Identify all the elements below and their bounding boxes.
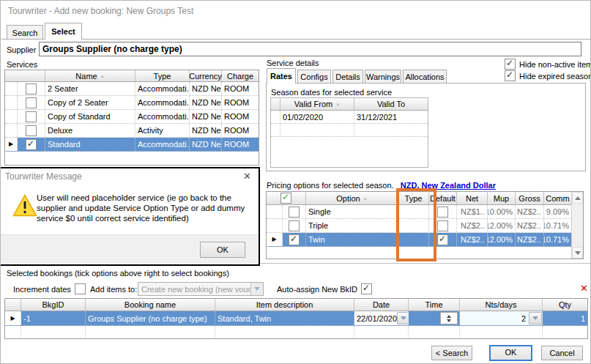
pricing-header-gross[interactable]: Gross	[516, 192, 544, 205]
net-cell[interactable]: NZ$1..	[457, 205, 488, 218]
scroll-down-button[interactable]	[572, 247, 583, 259]
dialog-ok-button[interactable]: OK	[200, 242, 245, 258]
service-charge[interactable]: ROOM	[222, 110, 259, 123]
mup-cell[interactable]: 12.00%	[488, 233, 516, 246]
row-selector[interactable]: ▶	[5, 311, 21, 325]
row-selector[interactable]	[271, 111, 280, 123]
service-checkbox[interactable]	[26, 125, 37, 136]
nts-days-cell[interactable]: 2	[460, 311, 543, 325]
tab-details[interactable]: Details	[332, 70, 363, 83]
table-row[interactable]: ▶ -1 Groups Supplier (no charge type) St…	[5, 311, 587, 326]
row-selector[interactable]: ▶	[267, 233, 283, 246]
net-cell[interactable]: NZ$2..	[457, 219, 488, 232]
bookings-header-qty[interactable]: Qty	[543, 299, 587, 311]
service-name[interactable]: Copy of Standard	[45, 110, 135, 123]
service-checkbox-cell[interactable]	[18, 96, 45, 109]
row-selector[interactable]	[267, 205, 283, 218]
nts-days-dropdown-button[interactable]	[529, 312, 542, 324]
pricing-header-comm[interactable]: Comm	[544, 192, 571, 205]
add-items-combobox[interactable]: Create new booking (new voucher)	[138, 282, 264, 296]
ok-button[interactable]: OK	[489, 345, 532, 361]
service-currency[interactable]: NZD Ne...	[190, 138, 222, 151]
default-checkbox[interactable]	[437, 234, 448, 245]
service-charge[interactable]: ROOM	[222, 82, 259, 95]
tab-allocations[interactable]: Allocations	[403, 70, 447, 83]
services-header-name[interactable]: Name▲	[45, 70, 135, 82]
date-dropdown-button[interactable]	[397, 312, 409, 324]
service-type[interactable]: Accommodati...	[135, 82, 190, 95]
services-header-type[interactable]: Type	[135, 70, 190, 82]
hide-non-active-checkbox[interactable]	[505, 59, 516, 70]
cancel-button[interactable]: Cancel	[541, 346, 583, 360]
mup-cell[interactable]: 12.00%	[488, 219, 516, 232]
table-row[interactable]: Deluxe Activity NZD Ne... ROOM	[5, 124, 259, 138]
service-currency[interactable]: NZD Ne...	[190, 110, 222, 123]
service-charge[interactable]: ROOM	[222, 124, 259, 137]
default-checkbox[interactable]	[437, 220, 448, 231]
row-selector[interactable]: ▶	[5, 138, 18, 151]
search-back-button[interactable]: < Search	[431, 346, 472, 360]
service-currency[interactable]: NZD Ne...	[190, 96, 222, 109]
service-checkbox[interactable]	[26, 111, 37, 122]
pricing-header-net[interactable]: Net	[457, 192, 488, 205]
service-checkbox-cell[interactable]	[18, 110, 45, 123]
tab-configs[interactable]: Configs	[297, 70, 331, 83]
comm-cell[interactable]: 9.09%	[544, 205, 571, 218]
gross-cell[interactable]: NZ$2..	[516, 233, 544, 246]
service-name[interactable]: Standard	[45, 138, 135, 151]
pricing-header-mup[interactable]: Mup	[488, 192, 516, 205]
delete-row-icon[interactable]: ✕	[580, 283, 588, 294]
row-selector[interactable]	[5, 96, 18, 109]
comm-cell[interactable]: 10.71%	[544, 233, 571, 246]
service-currency[interactable]: NZD Ne...	[190, 124, 222, 137]
pricing-header-checkbox[interactable]	[267, 192, 306, 205]
option-checkbox[interactable]	[289, 220, 300, 231]
bookings-header-nts-days[interactable]: Nts/days	[460, 299, 543, 311]
bookings-header-item-description[interactable]: Item description	[215, 299, 354, 311]
row-selector[interactable]	[267, 219, 283, 232]
time-spinner[interactable]	[440, 312, 458, 324]
services-header-charge[interactable]: Charge	[222, 70, 259, 82]
service-checkbox-cell[interactable]	[18, 82, 45, 95]
service-type[interactable]: Activity	[135, 124, 190, 137]
option-checkbox[interactable]	[289, 207, 300, 218]
date-cell[interactable]: 22/01/2020	[354, 311, 409, 325]
service-checkbox-cell[interactable]	[18, 138, 45, 151]
time-cell[interactable]	[409, 311, 460, 325]
service-name[interactable]: 2 Seater	[45, 82, 135, 95]
table-row[interactable]: Copy of 2 Seater Accommodati... NZD Ne..…	[5, 96, 259, 110]
row-selector[interactable]	[5, 110, 18, 123]
tab-search[interactable]: Search	[7, 25, 43, 40]
service-charge[interactable]: ROOM	[222, 96, 259, 109]
valid-to-cell[interactable]: 31/12/2021	[354, 111, 428, 123]
table-row[interactable]: Copy of Standard Accommodati... NZD Ne..…	[5, 110, 259, 124]
bkgid-cell[interactable]: -1	[21, 311, 86, 325]
table-row[interactable]: 01/02/2020 31/12/2021	[271, 111, 428, 124]
service-checkbox[interactable]	[26, 83, 37, 94]
net-cell[interactable]: NZ$2..	[457, 233, 488, 246]
auto-assign-checkbox[interactable]	[361, 283, 372, 294]
service-name[interactable]: Deluxe	[45, 124, 135, 137]
option-name[interactable]: Twin	[306, 233, 398, 246]
pricing-scrollbar[interactable]	[571, 192, 583, 259]
valid-from-cell[interactable]: 01/02/2020	[280, 111, 354, 123]
comm-cell[interactable]: 10.71%	[544, 219, 571, 232]
service-type[interactable]: Accommodati...	[135, 96, 190, 109]
service-charge[interactable]: ROOM	[222, 138, 259, 151]
tab-rates[interactable]: Rates	[267, 68, 296, 83]
supplier-field[interactable]: Groups Supplier (no charge type)	[39, 42, 581, 56]
service-checkbox[interactable]	[26, 139, 37, 150]
service-checkbox-cell[interactable]	[18, 124, 45, 137]
increment-dates-checkbox[interactable]	[75, 283, 86, 294]
option-name[interactable]: Single	[306, 205, 398, 218]
service-type[interactable]: Accommodati...	[135, 110, 190, 123]
pricing-header-option[interactable]: Option▲	[306, 192, 398, 205]
option-checkbox[interactable]	[289, 234, 300, 245]
tab-warnings[interactable]: Warnings	[365, 70, 401, 83]
table-row[interactable]: ▶ Standard Accommodati... NZD Ne... ROOM	[5, 138, 259, 152]
service-name[interactable]: Copy of 2 Seater	[45, 96, 135, 109]
tab-select[interactable]: Select	[45, 23, 82, 40]
scroll-up-button[interactable]	[572, 192, 583, 204]
gross-cell[interactable]: NZ$2..	[516, 205, 544, 218]
default-checkbox[interactable]	[437, 207, 448, 218]
